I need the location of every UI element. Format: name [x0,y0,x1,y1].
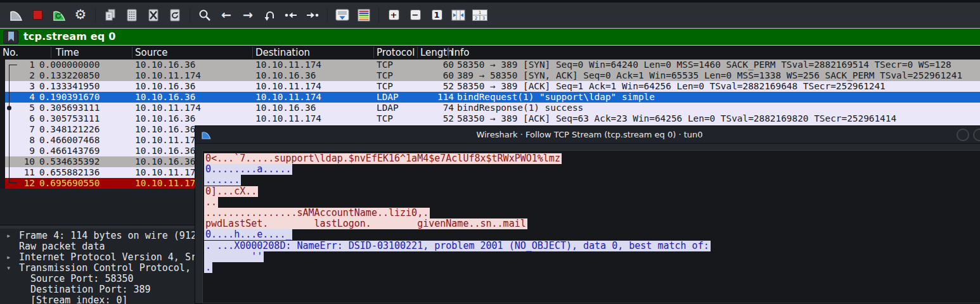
reload-file-button[interactable] [166,6,184,24]
expander-icon[interactable]: ▾ [6,263,16,274]
resize-columns-button[interactable] [449,6,467,24]
column-divider[interactable] [448,47,449,58]
packet-length: 60 [407,70,454,81]
packet-time: 0.133341950 [39,81,100,92]
wireshark-window: ⚙ ← → + − 1 123 tcp.stream eq 0 No. Time… [0,0,980,304]
go-back-button[interactable]: ← [217,6,235,24]
packet-destination: 10.10.16.36 [255,103,316,113]
packet-time: 0.466007468 [39,135,100,146]
zoom-100-button[interactable]: 1 [428,6,446,24]
open-file-button[interactable] [101,6,119,24]
packet-time: 0.305753111 [39,113,100,124]
column-header-no[interactable]: No. [3,46,18,60]
toolbar-separator [378,8,379,23]
stream-line: 0]...cX.. [204,186,980,197]
packet-source: 10.10.16.36 [135,113,195,124]
packet-row[interactable]: 50.30569311110.10.11.17410.10.16.36LDAP7… [0,103,980,113]
zoom-100-icon: 1 [432,10,442,20]
search-icon [198,8,212,22]
stream-line: 0....h...e...._ [204,229,980,240]
stream-line: .. [204,197,980,208]
packet-time: 0.133220850 [39,70,100,81]
shark-fin-icon [8,8,23,23]
resize-columns-icon [451,9,466,22]
packet-protocol: TCP [377,70,393,81]
packet-source: 10.10.16.36 [135,146,195,156]
stream-content[interactable]: 0<...`7.....support\ldap.$nvEfEK16^1aM4$… [202,150,980,303]
stream-line: ...... [204,175,980,186]
packet-info: bindRequest(1) "support\ldap" simple [457,92,655,103]
go-to-packet-button[interactable] [261,6,278,24]
column-divider[interactable] [373,47,374,58]
pane-layout-button[interactable]: 123 [471,6,489,24]
packet-number: 9 [0,146,35,156]
auto-scroll-button[interactable] [333,6,351,24]
colorize-icon [356,8,371,22]
packet-protocol: TCP [377,60,393,70]
stream-line: '' [204,251,980,262]
packet-list-header: No. Time Source Destination Protocol Len… [0,46,980,60]
packet-length: 60 [407,60,454,70]
column-header-destination[interactable]: Destination [255,46,310,60]
packet-number: 10 [0,156,35,167]
packet-destination: 10.10.11.174 [255,92,321,103]
follow-stream-dialog: Wireshark · Follow TCP Stream (tcp.strea… [195,125,980,304]
packet-protocol: TCP [377,113,393,124]
stream-line: 0<...`7.....support\ldap.$nvEfEK16^1aM4$… [204,153,980,164]
go-first-packet-button[interactable] [282,6,300,24]
restart-capture-button[interactable] [50,6,68,24]
packet-row[interactable]: 30.13334195010.10.16.3610.10.11.174TCP52… [0,81,980,92]
detail-text: Destination Port: 389 [30,284,151,295]
zoom-out-button[interactable]: − [406,6,424,24]
last-packet-icon [306,8,319,22]
column-divider[interactable] [417,47,418,58]
packet-time: 0.348121226 [39,124,100,135]
packet-row[interactable]: 40.19039167010.10.16.3610.10.11.174LDAP1… [0,92,980,103]
colorize-packets-button[interactable] [355,6,373,24]
column-header-source[interactable]: Source [135,46,168,60]
packet-time: 0.534635392 [39,156,100,167]
svg-text:3: 3 [482,15,485,20]
packet-time: 0.466143769 [39,146,100,156]
packet-row[interactable]: 60.30575311110.10.16.3610.10.11.174TCP52… [0,113,980,124]
bookmark-button[interactable] [3,30,18,44]
packet-time: 0.190391670 [39,92,100,103]
stream-line-text: 0<...`7.....support\ldap.$nvEfEK16^1aM4$… [204,153,562,164]
toolbar-separator [190,8,190,23]
go-forward-button[interactable]: → [239,6,257,24]
column-header-protocol[interactable]: Protocol [377,46,415,60]
find-packet-button[interactable] [196,6,214,24]
column-divider[interactable] [252,47,253,58]
related-packets-gutter [0,60,5,189]
packet-row[interactable]: 20.13322085010.10.11.17410.10.16.36TCP60… [0,70,980,81]
display-filter-input[interactable]: tcp.stream eq 0 [23,28,116,45]
zoom-in-button[interactable]: + [385,6,403,24]
packet-time: 0.305693111 [39,103,100,113]
packet-source: 10.10.11.174 [135,103,201,113]
save-file-button[interactable] [123,6,141,24]
go-last-packet-button[interactable] [304,6,321,24]
packet-protocol: TCP [377,81,393,92]
selected-related-dot [7,106,11,110]
stream-line-text: .. [204,197,218,208]
capture-options-button[interactable]: ⚙ [72,6,89,24]
close-file-button[interactable] [145,6,162,24]
packet-info: 58350 → 389 [ACK] Seq=1 Ack=1 Win=64256 … [457,81,886,92]
packet-row[interactable]: 10.00000000010.10.16.3610.10.11.174TCP60… [0,60,980,70]
restart-fin-icon [51,8,67,23]
packet-number: 1 [0,60,35,70]
column-divider[interactable] [132,47,132,58]
packet-destination: 10.10.11.174 [255,81,321,92]
window-control-button[interactable] [957,129,969,141]
column-header-time[interactable]: Time [56,46,79,60]
column-divider[interactable] [51,47,51,58]
column-header-info[interactable]: Info [451,46,469,60]
expander-icon[interactable]: ▸ [6,252,16,263]
conversation-bracket-end [9,182,17,183]
stream-line: . ...X0000208D: NameErr: DSID-03100221, … [204,241,980,251]
start-capture-button[interactable] [7,6,25,24]
expander-icon[interactable]: ▸ [6,231,16,241]
dialog-titlebar[interactable]: Wireshark · Follow TCP Stream (tcp.strea… [195,126,980,144]
bookmark-icon [6,31,16,44]
stop-capture-button[interactable] [29,6,46,24]
